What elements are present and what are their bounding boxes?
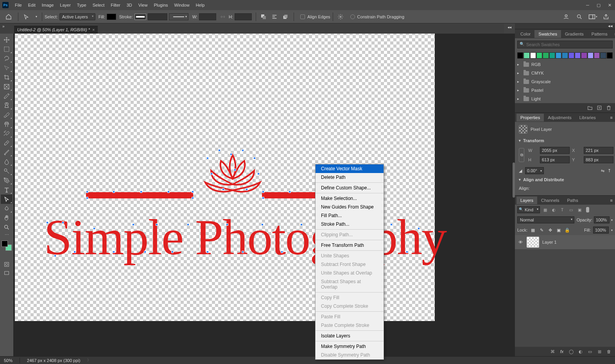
path-anchor[interactable] xyxy=(132,223,134,226)
swatch-search-input[interactable] xyxy=(517,41,613,48)
cloud-docs-button[interactable] xyxy=(561,12,571,22)
swatch[interactable] xyxy=(600,52,606,59)
ctx-stroke-path-[interactable]: Stroke Path... xyxy=(316,220,384,228)
lock-all-icon[interactable]: 🔒 xyxy=(564,227,570,233)
path-anchor[interactable] xyxy=(54,255,56,257)
stroke-style-dropdown[interactable] xyxy=(169,13,188,20)
path-anchor[interactable] xyxy=(192,191,194,193)
ctx-define-custom-shape-[interactable]: Define Custom Shape... xyxy=(316,184,384,192)
tab-properties[interactable]: Properties xyxy=(516,114,544,121)
menu-help[interactable]: Help xyxy=(193,0,208,10)
path-anchor[interactable] xyxy=(234,169,236,171)
swatch[interactable] xyxy=(549,52,555,59)
path-anchor[interactable] xyxy=(192,197,194,199)
path-anchor[interactable] xyxy=(144,251,146,253)
path-anchor[interactable] xyxy=(86,191,88,193)
visibility-toggle-icon[interactable]: 👁 xyxy=(517,239,524,245)
transform-section-header[interactable]: ▾Transform xyxy=(515,137,615,145)
swatch[interactable] xyxy=(543,52,549,59)
lasso-tool[interactable] xyxy=(1,54,13,63)
tab-adjustments[interactable]: Adjustments xyxy=(544,114,576,121)
path-anchor[interactable] xyxy=(140,191,142,193)
path-anchor[interactable] xyxy=(210,173,213,175)
layer-mask-icon[interactable]: ◯ xyxy=(568,348,574,355)
swatch[interactable] xyxy=(568,52,574,59)
swatch-folder-pastel[interactable]: ▸Pastel xyxy=(515,86,615,95)
tab-swatches[interactable]: Swatches xyxy=(534,30,561,38)
stroke-width-field[interactable] xyxy=(148,13,167,20)
path-anchor[interactable] xyxy=(390,223,393,226)
swatch[interactable] xyxy=(517,52,523,59)
path-anchor[interactable] xyxy=(300,223,303,226)
filter-smart-icon[interactable]: ▣ xyxy=(576,206,583,213)
path-anchor[interactable] xyxy=(46,221,48,224)
screen-mode-button[interactable] xyxy=(1,269,13,277)
swatch[interactable] xyxy=(562,52,568,59)
path-alignment-button[interactable] xyxy=(269,12,280,22)
path-anchor[interactable] xyxy=(418,227,420,230)
filter-toggle[interactable] xyxy=(586,207,589,212)
blur-tool[interactable] xyxy=(1,157,13,166)
swatch[interactable] xyxy=(530,52,536,59)
rotation-field[interactable]: 0.00°▾ xyxy=(525,167,544,174)
path-anchor[interactable] xyxy=(257,173,260,175)
status-doc-info[interactable]: 2467 px x 2408 px (300 ppi) xyxy=(27,358,80,363)
align-section-header[interactable]: ▾Align and Distribute xyxy=(515,176,615,184)
path-anchor[interactable] xyxy=(93,227,95,230)
menu-edit[interactable]: Edit xyxy=(25,0,39,10)
menu-window[interactable]: Window xyxy=(171,0,193,10)
path-anchor[interactable] xyxy=(86,197,88,199)
close-window-button[interactable]: ✕ xyxy=(604,0,615,10)
link-wh-button[interactable] xyxy=(218,12,228,22)
zoom-tool[interactable] xyxy=(1,223,13,232)
healing-brush-tool[interactable] xyxy=(1,101,13,110)
marquee-tool[interactable] xyxy=(1,45,13,54)
panel-menu-icon[interactable]: ≡ xyxy=(608,115,615,120)
history-brush-tool[interactable] xyxy=(1,129,13,138)
path-anchor[interactable] xyxy=(261,223,264,226)
transform-w-field[interactable]: 2055 px xyxy=(540,147,570,154)
quick-mask-button[interactable] xyxy=(1,261,13,268)
clone-stamp-tool[interactable] xyxy=(1,120,13,129)
swatch[interactable] xyxy=(588,52,593,59)
path-anchor[interactable] xyxy=(289,191,291,193)
swatch[interactable] xyxy=(607,52,613,59)
swatch-folder-cmyk[interactable]: ▸CMYK xyxy=(515,69,615,77)
path-anchor[interactable] xyxy=(281,251,283,253)
new-layer-icon[interactable]: ⊞ xyxy=(596,348,602,355)
path-anchor[interactable] xyxy=(62,221,64,224)
color-picker[interactable] xyxy=(2,241,12,251)
search-icon[interactable] xyxy=(574,12,585,22)
direct-selection-tool[interactable] xyxy=(1,194,13,204)
chevron-down-icon[interactable]: ▾ xyxy=(36,15,37,18)
tab-gradients[interactable]: Gradients xyxy=(561,30,588,38)
stroke-color-swatch[interactable] xyxy=(134,14,146,20)
swatch[interactable] xyxy=(575,52,581,59)
transform-x-field[interactable]: 221 px xyxy=(584,147,613,154)
close-tab-button[interactable]: × xyxy=(92,25,95,34)
menu-view[interactable]: View xyxy=(135,0,151,10)
path-anchor[interactable] xyxy=(242,149,244,152)
document-tab[interactable]: Untitled-2 @ 50% (Layer 1, RGB/8#) * × xyxy=(14,25,98,34)
opacity-field[interactable]: 100% xyxy=(594,216,610,223)
menu-type[interactable]: Type xyxy=(74,0,90,10)
crop-tool[interactable] xyxy=(1,73,13,82)
lock-artboard-icon[interactable]: ▣ xyxy=(556,227,562,233)
constrain-checkbox[interactable] xyxy=(350,14,355,19)
path-anchor[interactable] xyxy=(253,157,256,159)
eyedropper-tool[interactable] xyxy=(1,91,13,101)
minimize-button[interactable]: ─ xyxy=(582,0,593,10)
path-selection-tool-icon[interactable] xyxy=(21,11,32,22)
panel-menu-icon[interactable]: ≡ xyxy=(608,198,615,203)
status-menu-arrow[interactable]: 〉 xyxy=(87,358,91,363)
path-anchor[interactable] xyxy=(187,223,189,226)
swatch[interactable] xyxy=(556,52,561,59)
tab-color[interactable]: Color xyxy=(516,30,534,38)
ctx-fill-path-[interactable]: Fill Path... xyxy=(316,211,384,220)
path-anchor[interactable] xyxy=(113,251,115,253)
menu-select[interactable]: Select xyxy=(90,0,108,10)
menu-file[interactable]: File xyxy=(12,0,25,10)
fill-opacity-field[interactable]: 100% xyxy=(593,227,609,234)
delete-layer-icon[interactable]: 🗑 xyxy=(606,348,612,355)
delete-swatch-icon[interactable] xyxy=(606,105,612,111)
